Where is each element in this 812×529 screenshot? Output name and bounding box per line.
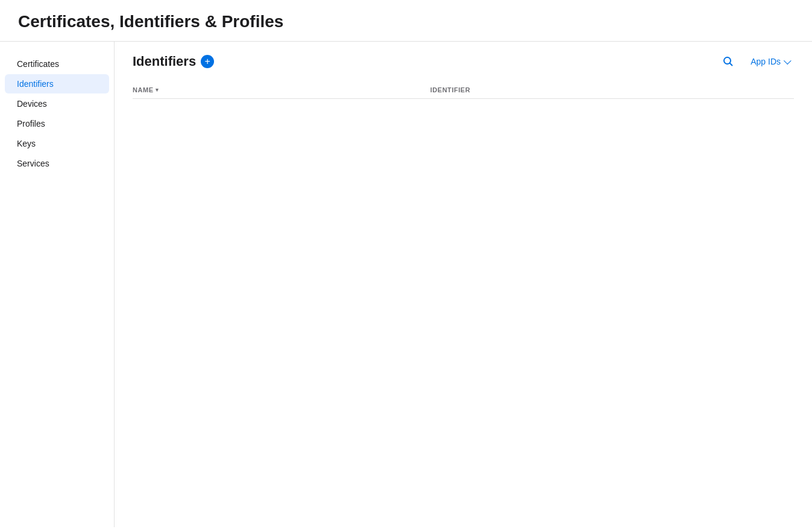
main-layout: Certificates Identifiers Devices Profile…: [0, 42, 812, 527]
content-title: Identifiers: [133, 54, 196, 69]
app-ids-label: App IDs: [751, 57, 781, 66]
column-header-identifier: IDENTIFIER: [430, 81, 794, 99]
sidebar-item-certificates[interactable]: Certificates: [5, 54, 109, 74]
sidebar-item-services[interactable]: Services: [5, 154, 109, 173]
identifiers-table: NAME ▾ IDENTIFIER: [133, 81, 794, 99]
sidebar-item-devices[interactable]: Devices: [5, 94, 109, 113]
page-title: Certificates, Identifiers & Profiles: [18, 12, 794, 31]
sort-chevron-icon: ▾: [156, 87, 159, 93]
sidebar: Certificates Identifiers Devices Profile…: [0, 42, 115, 527]
page-header: Certificates, Identifiers & Profiles: [0, 0, 812, 42]
content-title-area: Identifiers: [133, 54, 214, 69]
name-column-label: NAME: [133, 86, 154, 93]
app-ids-dropdown[interactable]: App IDs: [746, 54, 794, 69]
sidebar-item-keys[interactable]: Keys: [5, 134, 109, 153]
add-identifier-button[interactable]: [201, 55, 214, 68]
table-header-row: NAME ▾ IDENTIFIER: [133, 81, 794, 99]
identifier-column-label: IDENTIFIER: [430, 86, 471, 93]
sidebar-item-identifiers[interactable]: Identifiers: [5, 74, 109, 93]
search-button[interactable]: [720, 54, 736, 69]
main-content: Identifiers App IDs: [115, 42, 812, 527]
svg-line-1: [730, 63, 733, 66]
svg-point-0: [724, 57, 731, 64]
column-header-name: NAME ▾: [133, 81, 430, 99]
search-icon: [723, 56, 734, 67]
chevron-down-icon: [783, 60, 789, 63]
header-actions: App IDs: [720, 54, 794, 69]
content-header: Identifiers App IDs: [133, 54, 794, 69]
sidebar-item-profiles[interactable]: Profiles: [5, 114, 109, 133]
name-sort-button[interactable]: NAME ▾: [133, 86, 159, 93]
